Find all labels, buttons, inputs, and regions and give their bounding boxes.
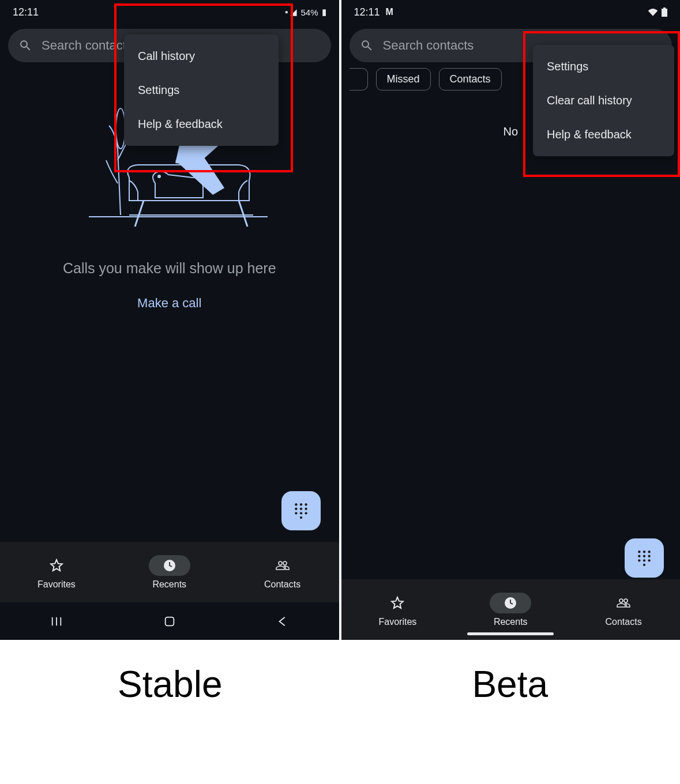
wifi-icon	[648, 8, 658, 16]
nav-label: Favorites	[379, 617, 417, 627]
svg-rect-16	[662, 9, 667, 17]
gesture-nav-bar[interactable]	[467, 632, 554, 635]
contacts-icon	[617, 596, 630, 610]
search-icon	[360, 39, 374, 52]
chip-partial[interactable]	[350, 68, 368, 91]
svg-point-9	[305, 508, 307, 510]
nav-label: Favorites	[37, 579, 76, 590]
nav-label: Recents	[494, 617, 528, 627]
recents-button[interactable]	[49, 614, 64, 629]
chip-contacts[interactable]: Contacts	[439, 68, 502, 91]
svg-point-8	[299, 508, 302, 510]
svg-point-6	[305, 503, 307, 506]
nav-favorites[interactable]: Favorites	[341, 593, 454, 627]
svg-rect-17	[663, 7, 666, 9]
dialpad-icon	[294, 503, 309, 519]
svg-point-23	[648, 555, 650, 557]
nav-contacts[interactable]: Contacts	[226, 555, 339, 590]
nav-label: Contacts	[606, 617, 642, 627]
nav-label: Contacts	[264, 579, 300, 590]
comparison-captions: Stable Beta	[0, 640, 680, 784]
nav-label: Recents	[152, 579, 186, 590]
overflow-menu: Call history Settings Help & feedback	[124, 35, 279, 146]
svg-point-18	[638, 551, 640, 553]
bottom-nav: Favorites Recents Contacts	[341, 579, 681, 640]
svg-point-25	[643, 559, 645, 561]
contacts-icon	[276, 559, 290, 572]
menu-item-clear-call-history[interactable]: Clear call history	[533, 84, 674, 118]
clock-icon	[504, 596, 517, 610]
svg-rect-15	[165, 617, 174, 625]
dialpad-icon	[637, 550, 652, 566]
dialpad-fab[interactable]	[625, 538, 664, 578]
dialpad-fab[interactable]	[281, 491, 321, 530]
battery-icon	[662, 7, 667, 17]
svg-point-20	[648, 551, 650, 553]
svg-point-10	[295, 512, 297, 514]
menu-item-settings[interactable]: Settings	[533, 50, 674, 84]
caption-stable: Stable	[0, 663, 340, 706]
svg-point-4	[295, 503, 297, 506]
status-time: 12:11	[13, 6, 39, 18]
svg-point-12	[305, 512, 307, 514]
status-time: 12:11	[354, 6, 380, 18]
svg-point-2	[158, 175, 160, 178]
svg-point-19	[643, 551, 645, 553]
svg-point-22	[643, 555, 645, 557]
menu-item-help-feedback[interactable]: Help & feedback	[533, 118, 674, 152]
gmail-icon: M	[386, 7, 393, 17]
svg-point-24	[638, 559, 640, 561]
search-placeholder: Search contacts	[383, 38, 474, 53]
clock-icon	[163, 559, 176, 572]
nav-recents[interactable]: Recents	[454, 593, 567, 627]
svg-point-5	[299, 503, 302, 506]
svg-point-7	[295, 508, 297, 510]
status-bar: 12:11 ▪ ◢ 54% ▮	[0, 0, 339, 24]
menu-item-call-history[interactable]: Call history	[124, 39, 279, 73]
phone-screenshot-stable: 12:11 ▪ ◢ 54% ▮ Search contacts Call his…	[0, 0, 339, 640]
home-button[interactable]	[162, 614, 177, 629]
svg-point-27	[643, 564, 645, 566]
empty-text: Calls you make will show up here	[63, 258, 276, 278]
battery-text: 54%	[300, 7, 318, 17]
status-bar: 12:11 M	[341, 0, 681, 24]
nav-favorites[interactable]: Favorites	[0, 555, 113, 590]
chip-missed[interactable]: Missed	[376, 68, 431, 91]
star-icon	[50, 559, 63, 572]
back-button[interactable]	[275, 614, 290, 629]
menu-item-help-feedback[interactable]: Help & feedback	[124, 107, 279, 141]
search-icon	[18, 39, 32, 52]
nav-contacts[interactable]: Contacts	[567, 593, 680, 627]
search-placeholder: Search contacts	[42, 38, 133, 53]
caption-beta: Beta	[340, 663, 681, 706]
star-icon	[390, 596, 404, 610]
svg-point-13	[299, 517, 302, 519]
make-call-link[interactable]: Make a call	[137, 296, 201, 311]
android-system-nav	[0, 602, 339, 640]
svg-point-11	[299, 512, 302, 514]
svg-point-21	[638, 555, 640, 557]
bottom-nav: Favorites Recents Contacts	[0, 542, 339, 602]
overflow-menu: Settings Clear call history Help & feedb…	[533, 45, 674, 156]
menu-item-settings[interactable]: Settings	[124, 73, 279, 107]
svg-point-26	[648, 559, 650, 561]
battery-icon: ▮	[322, 7, 326, 17]
status-icons: ▪ ◢	[285, 7, 298, 17]
phone-screenshot-beta: 12:11 M Search contacts Missed Contacts …	[341, 0, 681, 640]
nav-recents[interactable]: Recents	[113, 555, 226, 590]
